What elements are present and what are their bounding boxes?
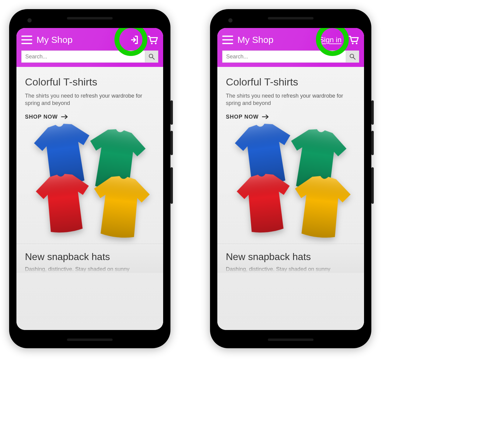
search-input[interactable] [21,50,145,63]
arrow-right-icon [61,114,68,120]
hats-subtitle-partial: Dashing, distinctive. Stay shaded on sun… [226,266,356,273]
app-bar: My Shop [16,28,163,67]
cart-icon[interactable] [147,35,158,45]
hats-title: New snapback hats [25,251,155,262]
search-button[interactable] [145,50,158,63]
content-area: Colorful T-shirts The shirts you need to… [217,67,364,330]
hero-subtitle: The shirts you need to refresh your ward… [25,92,155,107]
search-icon [148,53,155,60]
hats-section: New snapback hats Dashing, distinctive. … [16,244,163,273]
login-icon[interactable] [130,35,141,45]
content-area: Colorful T-shirts The shirts you need to… [16,67,163,330]
arrow-right-icon [262,114,269,120]
app-title: My Shop [237,35,315,45]
hats-title: New snapback hats [226,251,356,262]
app-title: My Shop [37,35,126,45]
hero-title: Colorful T-shirts [226,76,356,88]
hats-section: New snapback hats Dashing, distinctive. … [217,244,364,273]
hero-section: Colorful T-shirts The shirts you need to… [217,67,364,244]
cart-icon[interactable] [348,35,359,45]
shop-now-label: SHOP NOW [25,114,58,120]
search-button[interactable] [346,50,359,63]
search-input[interactable] [222,50,346,63]
hero-subtitle: The shirts you need to refresh your ward… [226,92,356,107]
hero-section: Colorful T-shirts The shirts you need to… [16,67,163,244]
shop-now-button[interactable]: SHOP NOW [226,114,269,120]
tshirt-image [26,123,154,239]
search-bar [222,50,359,63]
menu-button[interactable] [21,36,32,44]
tshirt-image [227,123,355,239]
search-icon [349,53,356,60]
signin-link[interactable]: Sign in [319,36,342,44]
shop-now-label: SHOP NOW [226,114,259,120]
search-bar [21,50,158,63]
shop-now-button[interactable]: SHOP NOW [25,114,68,120]
phone-mock-left: My Shop [9,9,170,348]
hero-title: Colorful T-shirts [25,76,155,88]
screen-left: My Shop [16,28,163,330]
screen-right: My Shop Sign in [217,28,364,330]
hats-subtitle-partial: Dashing, distinctive. Stay shaded on sun… [25,266,155,273]
menu-button[interactable] [222,36,233,44]
phone-mock-right: My Shop Sign in [210,9,371,348]
app-bar: My Shop Sign in [217,28,364,67]
